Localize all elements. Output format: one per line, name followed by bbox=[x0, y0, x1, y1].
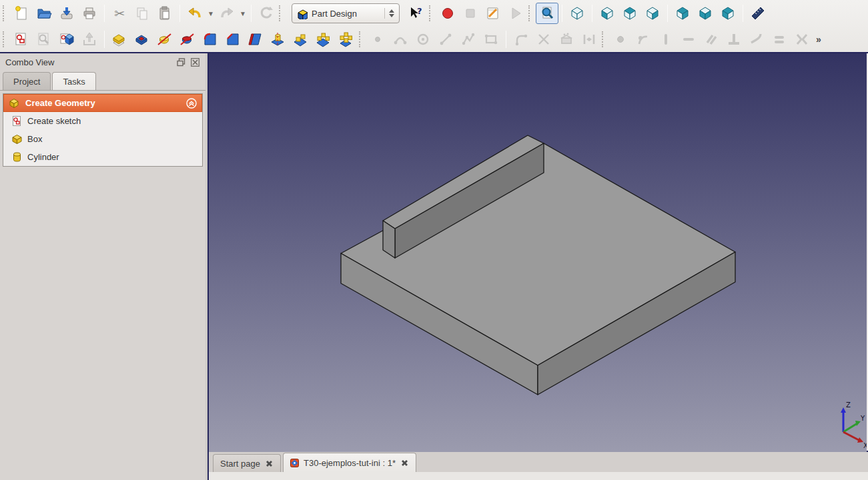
float-panel-button[interactable] bbox=[175, 57, 186, 67]
redo-dropdown[interactable]: ▼ bbox=[238, 3, 248, 24]
combo-view-tabs: Project Tasks bbox=[0, 69, 205, 90]
sketch-rectangle-button[interactable] bbox=[480, 29, 502, 50]
sketch-polyline-button[interactable] bbox=[457, 29, 480, 50]
revolution-button[interactable] bbox=[153, 29, 176, 50]
constraint-vertical-button[interactable] bbox=[655, 29, 677, 50]
pad-button[interactable] bbox=[108, 29, 131, 50]
create-sketch-button[interactable] bbox=[10, 29, 33, 50]
view-right-button[interactable] bbox=[641, 3, 664, 24]
paste-button[interactable] bbox=[153, 3, 176, 24]
cut-button[interactable]: ✂ bbox=[108, 3, 131, 24]
3d-viewport[interactable]: Z Y X bbox=[209, 53, 868, 452]
constraint-coincident-button[interactable] bbox=[609, 29, 632, 50]
refresh-button[interactable] bbox=[255, 3, 278, 24]
task-item-label: Box bbox=[27, 134, 42, 144]
toolbar-separator bbox=[506, 31, 506, 48]
chamfer-button[interactable] bbox=[222, 29, 244, 50]
new-file-button[interactable] bbox=[10, 3, 33, 24]
task-item-cylinder[interactable]: Cylinder bbox=[3, 148, 202, 166]
rectangle-icon bbox=[484, 32, 498, 47]
toolbar-grip[interactable] bbox=[279, 5, 284, 21]
print-button[interactable] bbox=[78, 3, 101, 24]
tab-tasks[interactable]: Tasks bbox=[52, 72, 95, 90]
view-front-button[interactable] bbox=[596, 3, 618, 24]
leave-sketch-button[interactable] bbox=[78, 29, 101, 50]
sketch-circle-button[interactable] bbox=[412, 29, 434, 50]
mdi-area: Z Y X Start page T30-ejemplos-tut-ini : … bbox=[209, 53, 868, 480]
workbench-selector-value: Part Design bbox=[312, 9, 380, 19]
multi-transform-button[interactable] bbox=[335, 29, 358, 50]
trim-icon bbox=[536, 32, 551, 47]
whats-this-button[interactable]: ? bbox=[405, 3, 428, 24]
fillet-button[interactable] bbox=[199, 29, 222, 50]
sketch-external-geometry-button[interactable] bbox=[555, 29, 578, 50]
tab-close-icon[interactable] bbox=[400, 459, 409, 467]
view-top-button[interactable] bbox=[618, 3, 641, 24]
constraint-parallel-button[interactable] bbox=[700, 29, 723, 50]
measure-distance-button[interactable] bbox=[747, 3, 769, 24]
undo-button[interactable] bbox=[183, 3, 206, 24]
groove-button[interactable] bbox=[176, 29, 199, 50]
sketch-trim-button[interactable] bbox=[532, 29, 555, 50]
sketch-point-button[interactable] bbox=[366, 29, 389, 50]
linear-pattern-button[interactable] bbox=[290, 29, 312, 50]
fit-all-button[interactable] bbox=[536, 3, 558, 24]
toolbar-grip[interactable] bbox=[528, 5, 533, 21]
view-rear-icon bbox=[675, 5, 691, 21]
tab-start-page[interactable]: Start page bbox=[213, 454, 281, 472]
save-button[interactable] bbox=[55, 3, 78, 24]
tab-project[interactable]: Project bbox=[3, 72, 51, 90]
polar-pattern-button[interactable] bbox=[312, 29, 335, 50]
constraint-equal-button[interactable] bbox=[768, 29, 791, 50]
constraint-tangent-button[interactable] bbox=[745, 29, 768, 50]
view-left-button[interactable] bbox=[717, 3, 739, 24]
macro-edit-button[interactable] bbox=[482, 3, 504, 24]
box-icon bbox=[11, 133, 23, 145]
close-panel-button[interactable] bbox=[189, 57, 200, 67]
pocket-button[interactable] bbox=[131, 29, 153, 50]
tab-document[interactable]: T30-ejemplos-tut-ini : 1* bbox=[283, 453, 416, 472]
macro-record-button[interactable] bbox=[436, 3, 459, 24]
open-file-button[interactable] bbox=[33, 3, 55, 24]
constraint-horizontal-button[interactable] bbox=[677, 29, 700, 50]
redo-button[interactable] bbox=[215, 3, 238, 24]
sketch-fillet-button[interactable] bbox=[510, 29, 532, 50]
toolbar-grip[interactable] bbox=[602, 31, 606, 47]
macro-play-button[interactable] bbox=[504, 3, 527, 24]
collapse-chevrons-icon[interactable] bbox=[186, 98, 197, 109]
macro-stop-button[interactable] bbox=[459, 3, 482, 24]
toolbar-grip[interactable] bbox=[429, 5, 434, 21]
toolbar-overflow-button[interactable]: » bbox=[816, 34, 821, 45]
sketch-construction-mode-button[interactable] bbox=[578, 29, 600, 50]
mirrored-button[interactable] bbox=[267, 29, 290, 50]
combo-view-panel: Combo View Project Tasks Create Geometry… bbox=[0, 53, 205, 480]
tab-close-icon[interactable] bbox=[265, 459, 274, 468]
view-rear-button[interactable] bbox=[671, 3, 694, 24]
view-axonometric-button[interactable] bbox=[566, 3, 588, 24]
map-sketch-to-face-button[interactable] bbox=[55, 29, 78, 50]
combo-view-title: Combo View bbox=[5, 57, 172, 67]
perpendicular-icon bbox=[727, 32, 741, 47]
document-tab-bar: Start page T30-ejemplos-tut-ini : 1* bbox=[209, 452, 868, 472]
combo-view-titlebar[interactable]: Combo View bbox=[0, 53, 205, 69]
construction-mode-icon bbox=[582, 32, 596, 47]
constraint-point-on-object-button[interactable] bbox=[632, 29, 655, 50]
toolbar-grip[interactable] bbox=[3, 31, 7, 47]
ruler-icon bbox=[750, 5, 766, 21]
copy-button[interactable] bbox=[131, 3, 153, 24]
draft-button[interactable] bbox=[244, 29, 267, 50]
view-bottom-button[interactable] bbox=[694, 3, 717, 24]
undo-dropdown[interactable]: ▼ bbox=[206, 3, 215, 24]
constraint-symmetric-button[interactable] bbox=[791, 29, 813, 50]
edit-sketch-button[interactable] bbox=[33, 29, 55, 50]
sketch-arc-button[interactable] bbox=[389, 29, 412, 50]
workbench-selector[interactable]: Part Design bbox=[292, 3, 400, 23]
task-item-create-sketch[interactable]: Create sketch bbox=[3, 112, 202, 130]
sketch-line-button[interactable] bbox=[434, 29, 457, 50]
toolbar-grip[interactable] bbox=[3, 5, 7, 21]
constraint-perpendicular-button[interactable] bbox=[723, 29, 745, 50]
toolbar-grip[interactable] bbox=[359, 31, 364, 47]
create-geometry-header[interactable]: Create Geometry bbox=[3, 94, 202, 112]
task-item-box[interactable]: Box bbox=[3, 130, 202, 148]
spinner-arrows-icon[interactable] bbox=[384, 8, 396, 19]
